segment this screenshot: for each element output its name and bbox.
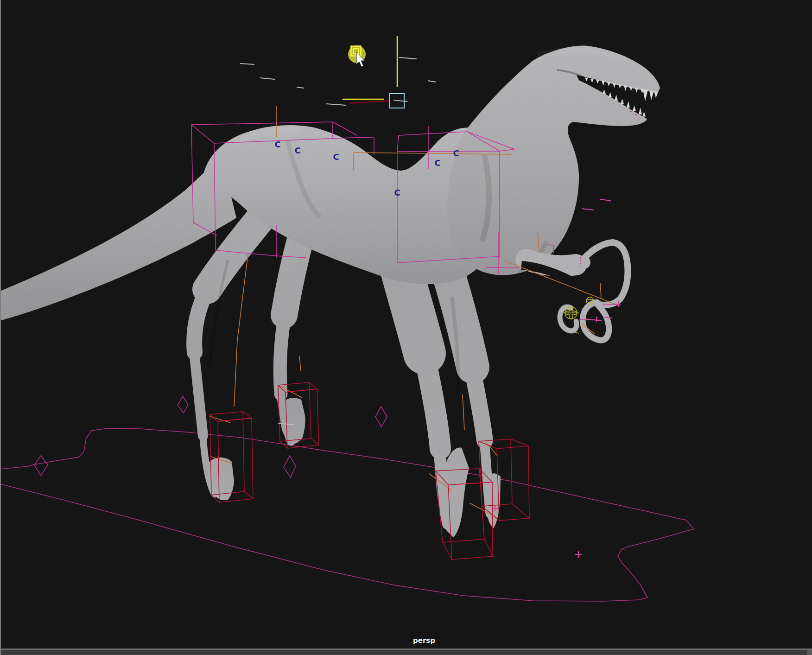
horizontal-scrollbar[interactable]: [0, 649, 812, 655]
3d-viewport[interactable]: C C C C C C persp: [0, 0, 812, 655]
viewport-canvas[interactable]: C C C C C C persp: [0, 0, 812, 655]
scrollbar-end-cap[interactable]: [807, 650, 812, 655]
cluster-handle[interactable]: C: [434, 158, 440, 168]
cluster-handle[interactable]: C: [333, 152, 339, 162]
cluster-handle[interactable]: C: [394, 188, 400, 197]
cluster-handle[interactable]: C: [294, 146, 300, 155]
cluster-handle[interactable]: C: [453, 148, 459, 158]
cluster-handle[interactable]: C: [274, 140, 280, 149]
camera-label: persp: [413, 636, 435, 645]
panel-left-border: [0, 0, 1, 655]
